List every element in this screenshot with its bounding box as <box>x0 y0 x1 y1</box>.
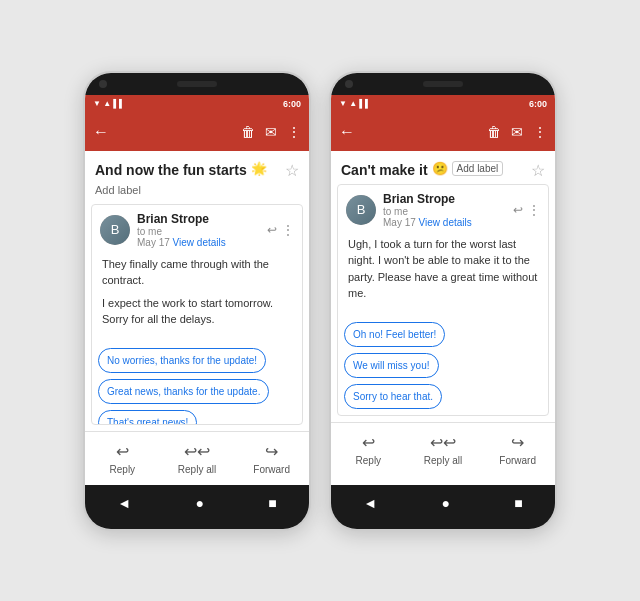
more-icon-2[interactable]: ⋮ <box>533 124 547 140</box>
reply-label-1: Reply <box>110 464 136 475</box>
reply-label-2: Reply <box>356 455 382 466</box>
status-signal-2: ▼ ▲ ▌▌ <box>339 99 371 108</box>
reply-button-2[interactable]: ↩ Reply <box>331 429 406 470</box>
avatar-1: B <box>100 215 130 245</box>
email-header-actions-1: ↩ ⋮ <box>267 223 294 237</box>
phone-1: ▼ ▲ ▌▌ 6:00 ← 🗑 ✉ ⋮ And now the fun star… <box>83 71 311 531</box>
email-more-icon-1[interactable]: ⋮ <box>282 223 294 237</box>
app-bar-icons-1: 🗑 ✉ ⋮ <box>241 124 301 140</box>
forward-button-2[interactable]: ↪ Forward <box>480 429 555 470</box>
avatar-2: B <box>346 195 376 225</box>
email-header-2: B Brian Strope to me May 17 View details <box>338 185 548 232</box>
nav-home-2[interactable]: ● <box>441 495 449 511</box>
subject-with-emoji-1: And now the fun starts 🌟 <box>95 161 267 179</box>
content-2: Can't make it 😕 Add label ☆ B Brian Stro… <box>331 151 555 485</box>
body-para-1-0: They finally came through with the contr… <box>102 256 292 289</box>
add-label-1[interactable]: Add label <box>95 184 141 196</box>
forward-label-1: Forward <box>253 464 290 475</box>
phone-speaker-1 <box>177 81 217 87</box>
smart-reply-1-1[interactable]: Great news, thanks for the update. <box>98 379 269 404</box>
smart-replies-1: No worries, thanks for the update! Great… <box>92 342 302 425</box>
sender-info-2: Brian Strope to me May 17 View details <box>383 192 506 228</box>
reply-all-button-1[interactable]: ↩↩ Reply all <box>160 438 235 479</box>
app-bar-2: ← 🗑 ✉ ⋮ <box>331 113 555 151</box>
bottom-nav-1: ◄ ● ■ <box>85 485 309 521</box>
reply-all-button-2[interactable]: ↩↩ Reply all <box>406 429 481 470</box>
subject-emoji-2: 😕 <box>432 161 448 176</box>
smart-reply-1-0[interactable]: No worries, thanks for the update! <box>98 348 266 373</box>
phone-top-bar-1 <box>85 73 309 95</box>
avatar-img-2: B <box>346 195 376 225</box>
nav-back-2[interactable]: ◄ <box>363 495 377 511</box>
phone-bottom-bar-2 <box>331 521 555 529</box>
sender-name-2: Brian Strope <box>383 192 506 206</box>
status-time-1: 6:00 <box>283 99 301 109</box>
reply-small-icon-2[interactable]: ↩ <box>513 203 523 217</box>
email-header-1: B Brian Strope to me May 17 View details <box>92 205 302 252</box>
sender-to-1: to me <box>137 226 260 237</box>
body-para-1-1: I expect the work to start tomorrow. Sor… <box>102 295 292 328</box>
nav-back-1[interactable]: ◄ <box>117 495 131 511</box>
nav-home-1[interactable]: ● <box>195 495 203 511</box>
view-details-1[interactable]: View details <box>173 237 226 248</box>
sender-date-1: May 17 View details <box>137 237 260 248</box>
forward-icon-2: ↪ <box>511 433 524 452</box>
phones-container: ▼ ▲ ▌▌ 6:00 ← 🗑 ✉ ⋮ And now the fun star… <box>63 51 577 551</box>
phone-bottom-bar-1 <box>85 521 309 529</box>
email-card-2: B Brian Strope to me May 17 View details <box>337 184 549 416</box>
subject-row-2: Can't make it 😕 Add label ☆ <box>331 151 555 184</box>
content-1: And now the fun starts 🌟 ☆ Add label B B… <box>85 151 309 485</box>
nav-recents-2[interactable]: ■ <box>514 495 522 511</box>
signal-icon-2: ▼ ▲ ▌▌ <box>339 99 371 108</box>
forward-button-1[interactable]: ↪ Forward <box>234 438 309 479</box>
view-details-2[interactable]: View details <box>419 217 472 228</box>
signal-icon-1: ▼ ▲ ▌▌ <box>93 99 125 108</box>
phone-top-bar-2 <box>331 73 555 95</box>
smart-reply-1-2[interactable]: That's great news! <box>98 410 197 425</box>
subject-emoji-1: 🌟 <box>251 161 267 176</box>
status-bar-1: ▼ ▲ ▌▌ 6:00 <box>85 95 309 113</box>
reply-small-icon-1[interactable]: ↩ <box>267 223 277 237</box>
sender-info-1: Brian Strope to me May 17 View details <box>137 212 260 248</box>
action-bar-2: ↩ Reply ↩↩ Reply all ↪ Forward <box>331 422 555 476</box>
subject-row-1: And now the fun starts 🌟 ☆ <box>85 151 309 184</box>
email-body-1: They finally came through with the contr… <box>92 252 302 342</box>
sender-name-1: Brian Strope <box>137 212 260 226</box>
reply-button-1[interactable]: ↩ Reply <box>85 438 160 479</box>
bottom-nav-2: ◄ ● ■ <box>331 485 555 521</box>
smart-reply-2-0[interactable]: Oh no! Feel better! <box>344 322 445 347</box>
phone-camera-2 <box>345 80 353 88</box>
phone-camera-1 <box>99 80 107 88</box>
forward-icon-1: ↪ <box>265 442 278 461</box>
back-button-1[interactable]: ← <box>93 123 109 141</box>
phone-speaker-2 <box>423 81 463 87</box>
email-subject-1: And now the fun starts <box>95 161 247 179</box>
avatar-img-1: B <box>100 215 130 245</box>
email-icon-1[interactable]: ✉ <box>265 124 277 140</box>
email-more-icon-2[interactable]: ⋮ <box>528 203 540 217</box>
smart-reply-2-1[interactable]: We will miss you! <box>344 353 439 378</box>
phone-2: ▼ ▲ ▌▌ 6:00 ← 🗑 ✉ ⋮ Can't make it 😕 Add … <box>329 71 557 531</box>
back-button-2[interactable]: ← <box>339 123 355 141</box>
subject-with-emoji-2: Can't make it 😕 Add label <box>341 161 503 179</box>
email-body-2: Ugh, I took a turn for the worst last ni… <box>338 232 548 316</box>
email-header-actions-2: ↩ ⋮ <box>513 203 540 217</box>
reply-icon-2: ↩ <box>362 433 375 452</box>
delete-icon-1[interactable]: 🗑 <box>241 124 255 140</box>
app-bar-icons-2: 🗑 ✉ ⋮ <box>487 124 547 140</box>
reply-all-icon-1: ↩↩ <box>184 442 210 461</box>
delete-icon-2[interactable]: 🗑 <box>487 124 501 140</box>
reply-all-label-1: Reply all <box>178 464 216 475</box>
app-bar-1: ← 🗑 ✉ ⋮ <box>85 113 309 151</box>
star-icon-2[interactable]: ☆ <box>531 161 545 180</box>
nav-recents-1[interactable]: ■ <box>268 495 276 511</box>
more-icon-1[interactable]: ⋮ <box>287 124 301 140</box>
action-bar-1: ↩ Reply ↩↩ Reply all ↪ Forward <box>85 431 309 485</box>
reply-icon-1: ↩ <box>116 442 129 461</box>
email-icon-2[interactable]: ✉ <box>511 124 523 140</box>
status-time-2: 6:00 <box>529 99 547 109</box>
add-label-badge-2[interactable]: Add label <box>452 161 504 176</box>
smart-reply-2-2[interactable]: Sorry to hear that. <box>344 384 442 409</box>
body-para-2-0: Ugh, I took a turn for the worst last ni… <box>348 236 538 302</box>
star-icon-1[interactable]: ☆ <box>285 161 299 180</box>
